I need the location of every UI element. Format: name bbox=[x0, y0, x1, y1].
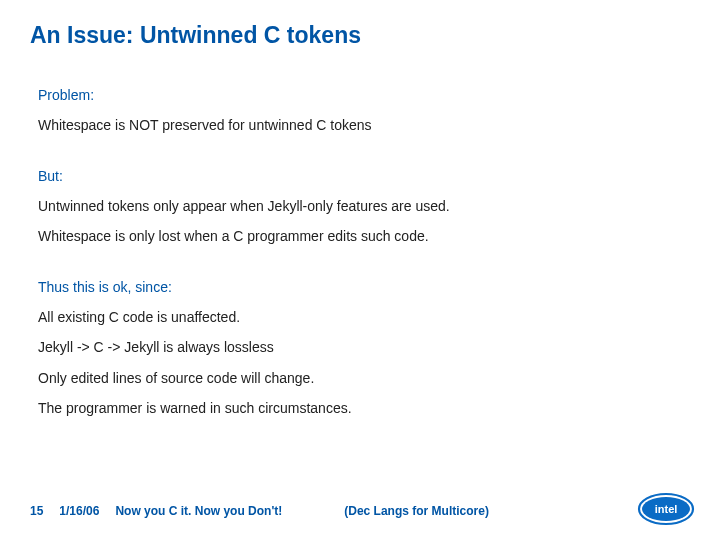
body-text: Whitespace is NOT preserved for untwinne… bbox=[38, 117, 690, 135]
body-text: All existing C code is unaffected. bbox=[38, 309, 690, 327]
body-text: Untwinned tokens only appear when Jekyll… bbox=[38, 198, 690, 216]
slide: An Issue: Untwinned C tokens Problem: Wh… bbox=[0, 0, 720, 540]
footer-date: 1/16/06 bbox=[59, 504, 99, 518]
footer: 15 1/16/06 Now you C it. Now you Don't! … bbox=[30, 504, 690, 518]
svg-text:intel: intel bbox=[655, 503, 678, 515]
body-text: Whitespace is only lost when a C program… bbox=[38, 228, 690, 246]
section-label-thus: Thus this is ok, since: bbox=[38, 279, 690, 295]
body-text: Jekyll -> C -> Jekyll is always lossless bbox=[38, 339, 690, 357]
spacer bbox=[30, 148, 690, 168]
body-text: The programmer is warned in such circums… bbox=[38, 400, 690, 418]
intel-logo-icon: intel bbox=[636, 488, 696, 528]
section-label-problem: Problem: bbox=[38, 87, 690, 103]
footer-talk-title: Now you C it. Now you Don't! bbox=[115, 504, 282, 518]
body-text: Only edited lines of source code will ch… bbox=[38, 370, 690, 388]
section-label-but: But: bbox=[38, 168, 690, 184]
spacer bbox=[30, 259, 690, 279]
slide-title: An Issue: Untwinned C tokens bbox=[30, 22, 690, 49]
page-number: 15 bbox=[30, 504, 43, 518]
footer-conference: (Dec Langs for Multicore) bbox=[344, 504, 489, 518]
